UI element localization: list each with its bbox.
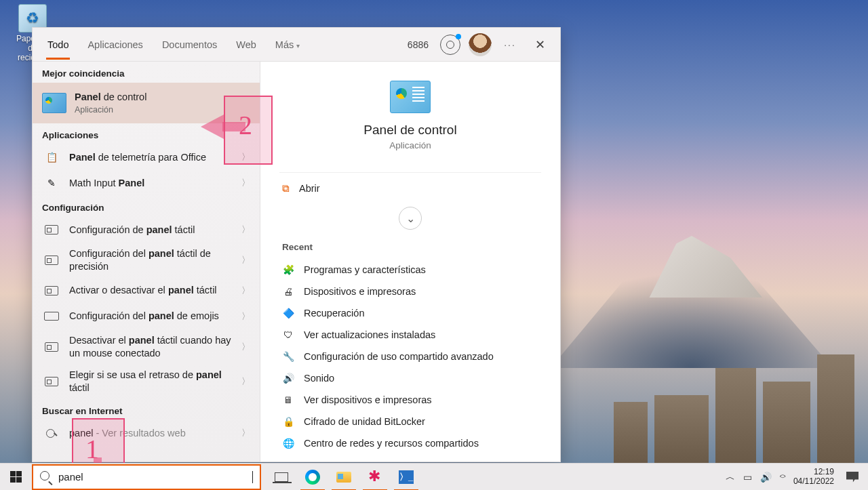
expand-button[interactable]: ⌄ — [399, 207, 422, 230]
result-detail-pane: Panel de control Aplicación ⧉ Abrir ⌄ Re… — [260, 62, 560, 462]
control-panel-large-icon — [390, 81, 431, 113]
recent-item[interactable]: 🔒Cifrado de unidad BitLocker — [260, 411, 560, 432]
recent-item[interactable]: 🌐Centro de redes y recursos compartidos — [260, 432, 560, 454]
detail-title: Panel de control — [260, 123, 560, 138]
recent-item-icon: 🌐 — [282, 437, 294, 449]
open-icon: ⧉ — [282, 182, 290, 195]
chevron-right-icon: 〉 — [241, 427, 250, 439]
chevron-right-icon: 〉 — [241, 310, 250, 323]
search-icon — [40, 471, 53, 483]
recent-item-icon: 🔒 — [282, 415, 294, 428]
result-title: Panel de control Aplicación — [75, 91, 250, 115]
result-setting[interactable]: Elegir si se usa el retraso de panel tác… — [33, 364, 260, 399]
chevron-right-icon: 〉 — [241, 375, 250, 388]
reward-points: 6886 — [408, 39, 429, 50]
wifi-icon[interactable]: ⌔ — [780, 472, 785, 483]
tab-web[interactable]: Web — [229, 30, 263, 60]
recent-item[interactable]: 🖨Dispositivos e impresoras — [260, 281, 560, 302]
recent-item[interactable]: 🛡Ver actualizaciones instaladas — [260, 324, 560, 346]
folder-icon — [336, 472, 351, 483]
recent-heading: Recent — [260, 239, 560, 259]
reward-icon — [440, 35, 460, 55]
settings-icon — [42, 308, 61, 325]
tray-overflow-button[interactable]: ︿ — [726, 471, 735, 483]
search-icon — [42, 425, 61, 441]
recent-list: 🧩Programas y características🖨Dispositivo… — [260, 259, 560, 460]
close-button[interactable]: ✕ — [528, 33, 552, 57]
slack-icon — [368, 470, 382, 484]
chevron-right-icon: 〉 — [241, 177, 250, 189]
clock[interactable]: 12:19 04/11/2022 — [793, 468, 834, 487]
recent-item[interactable]: 🔊Sonido — [260, 367, 560, 389]
volume-icon[interactable]: 🔊 — [760, 472, 772, 483]
result-setting[interactable]: Desactivar el panel táctil cuando hay un… — [33, 329, 260, 365]
recent-item-icon: 🔷 — [282, 307, 294, 319]
recent-item-icon: 🔧 — [282, 350, 294, 363]
recent-item-icon: 🔊 — [282, 372, 294, 384]
section-settings: Configuración — [33, 196, 260, 217]
open-action[interactable]: ⧉ Abrir — [260, 173, 560, 204]
result-app-telemetry[interactable]: 📋 Panel de telemetría para Office 〉 — [33, 144, 260, 170]
recent-item-icon: 🛡 — [282, 329, 294, 341]
avatar-icon — [469, 33, 492, 56]
chevron-right-icon: 〉 — [241, 341, 250, 353]
tab-documents[interactable]: Documentos — [155, 30, 224, 60]
chevron-right-icon: 〉 — [241, 285, 250, 297]
taskbar-app-edge[interactable] — [298, 464, 328, 491]
chevron-right-icon: 〉 — [241, 151, 250, 163]
rewards-button[interactable] — [438, 33, 462, 57]
account-avatar[interactable] — [468, 33, 492, 57]
recent-item[interactable]: 🔷Recuperación — [260, 302, 560, 324]
recent-item[interactable]: 🧩Programas y características — [260, 259, 560, 281]
more-options-button[interactable]: ··· — [498, 33, 522, 57]
search-input[interactable] — [58, 471, 251, 483]
result-app-mathinput[interactable]: ✎ Math Input Panel 〉 — [33, 170, 260, 196]
recent-item-icon: 🖥 — [282, 394, 294, 406]
result-setting[interactable]: Configuración de panel táctil〉 — [33, 217, 260, 243]
settings-icon — [42, 283, 61, 299]
settings-icon — [42, 339, 61, 355]
battery-icon[interactable]: ▭ — [743, 472, 752, 483]
result-web-search[interactable]: panel - Ver resultados web 〉 — [33, 420, 260, 446]
section-web: Buscar en Internet — [33, 399, 260, 420]
taskbar-app-explorer[interactable] — [329, 464, 359, 491]
control-panel-icon — [42, 93, 66, 113]
app-icon: 📋 — [42, 149, 61, 165]
recent-item-icon: 🖨 — [282, 285, 294, 298]
recent-item[interactable]: 🔧Configuración de uso compartido avanzad… — [260, 346, 560, 367]
chevron-down-icon: ⌄ — [406, 212, 415, 225]
settings-icon — [42, 222, 61, 238]
detail-subtitle: Aplicación — [260, 140, 560, 150]
recent-item[interactable]: 🖥Ver dispositivos e impresoras — [260, 389, 560, 411]
taskbar-app-slack[interactable] — [360, 464, 390, 491]
app-icon: ✎ — [42, 175, 61, 191]
edge-icon — [305, 470, 320, 485]
settings-icon — [42, 373, 61, 390]
section-best-match: Mejor coincidencia — [33, 62, 260, 83]
settings-icon — [42, 252, 61, 268]
tab-apps[interactable]: Aplicaciones — [81, 30, 149, 60]
result-setting[interactable]: Activar o desactivar el panel táctil〉 — [33, 278, 260, 304]
section-apps: Aplicaciones — [33, 123, 260, 144]
taskbar-search-box[interactable] — [32, 464, 261, 490]
result-setting[interactable]: Configuración del panel de emojis〉 — [33, 304, 260, 329]
start-button[interactable] — [0, 464, 31, 491]
chevron-right-icon: 〉 — [241, 254, 250, 266]
results-list: Mejor coincidencia Panel de control Apli… — [33, 62, 260, 462]
windows-logo-icon — [10, 471, 22, 483]
result-control-panel[interactable]: Panel de control Aplicación — [33, 83, 260, 123]
action-center-icon[interactable] — [846, 472, 859, 483]
taskbar: 〉_ ︿ ▭ 🔊 ⌔ 12:19 04/11/2022 — [0, 463, 868, 490]
chevron-right-icon: 〉 — [241, 224, 250, 236]
taskbar-app-powershell[interactable]: 〉_ — [391, 464, 421, 491]
search-header: Todo Aplicaciones Documentos Web Más 688… — [33, 28, 560, 62]
tab-more[interactable]: Más — [269, 30, 307, 60]
task-view-button[interactable] — [267, 464, 296, 491]
start-search-panel: Todo Aplicaciones Documentos Web Más 688… — [32, 27, 561, 462]
tab-all[interactable]: Todo — [41, 30, 75, 60]
recent-item-icon: 🧩 — [282, 264, 294, 276]
system-tray: ︿ ▭ 🔊 ⌔ 12:19 04/11/2022 — [726, 468, 868, 487]
powershell-icon: 〉_ — [399, 470, 414, 484]
result-setting[interactable]: Configuración del panel táctil de precis… — [33, 243, 260, 278]
taskview-icon — [275, 472, 288, 482]
